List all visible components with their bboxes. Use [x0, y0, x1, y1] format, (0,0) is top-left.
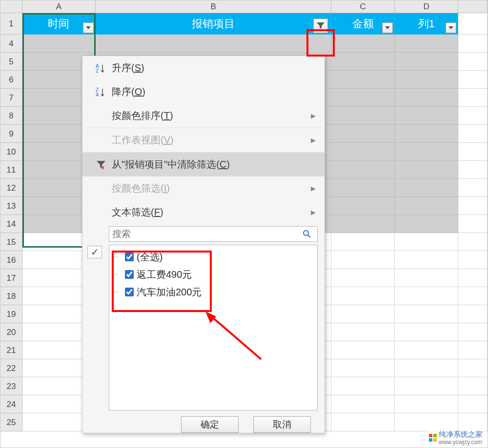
cell[interactable] — [395, 323, 458, 341]
cell[interactable] — [458, 323, 488, 341]
cell[interactable] — [395, 179, 458, 197]
cell[interactable] — [395, 35, 458, 53]
cell[interactable] — [395, 359, 458, 377]
col-header-A[interactable]: A — [22, 0, 96, 13]
row-header[interactable]: 9 — [0, 125, 22, 143]
cell[interactable] — [395, 341, 458, 359]
sort-descending[interactable]: ZA 降序(O) — [82, 80, 325, 104]
select-all-corner[interactable] — [0, 0, 22, 13]
checkbox[interactable] — [125, 253, 134, 261]
row-header[interactable]: 15 — [0, 233, 22, 251]
cell[interactable] — [331, 395, 395, 413]
filter-option-item[interactable]: ┈返工费490元 — [113, 266, 313, 283]
col-header-E[interactable] — [458, 0, 488, 13]
cell[interactable] — [331, 287, 395, 305]
cell[interactable] — [331, 179, 395, 197]
row-header[interactable]: 8 — [0, 107, 22, 125]
cell[interactable] — [395, 53, 458, 71]
cell[interactable] — [395, 413, 458, 431]
cell[interactable] — [458, 197, 488, 215]
row-header[interactable]: 21 — [0, 341, 22, 359]
row-header[interactable]: 23 — [0, 377, 22, 395]
cell[interactable] — [458, 269, 488, 287]
cell[interactable] — [331, 35, 395, 53]
cell[interactable] — [331, 359, 395, 377]
row-header[interactable]: 11 — [0, 161, 22, 179]
row-header[interactable]: 13 — [0, 197, 22, 215]
cell[interactable] — [458, 413, 488, 431]
row-header[interactable]: 7 — [0, 89, 22, 107]
filter-search-box[interactable] — [109, 226, 318, 242]
text-filter[interactable]: 文本筛选(F) ▶ — [82, 200, 325, 224]
cell[interactable] — [395, 161, 458, 179]
cell[interactable] — [458, 359, 488, 377]
cell[interactable] — [395, 287, 458, 305]
sort-ascending[interactable]: AZ 升序(S) — [82, 56, 325, 80]
cell[interactable] — [458, 143, 488, 161]
cell[interactable] — [458, 89, 488, 107]
cell[interactable] — [395, 251, 458, 269]
row-header[interactable]: 20 — [0, 323, 22, 341]
cell[interactable] — [458, 341, 488, 359]
clear-filter[interactable]: x 从"报销项目"中清除筛选(C) — [82, 153, 325, 176]
cell[interactable] — [458, 287, 488, 305]
cell[interactable] — [331, 53, 395, 71]
cell[interactable] — [331, 305, 395, 323]
cell[interactable] — [331, 125, 395, 143]
th-col1[interactable]: 列1 — [395, 13, 458, 35]
cell[interactable] — [395, 215, 458, 233]
checkbox[interactable] — [125, 270, 134, 279]
row-header[interactable]: 18 — [0, 287, 22, 305]
row-header[interactable]: 22 — [0, 359, 22, 377]
filter-option-item[interactable]: ┈汽车加油200元 — [113, 283, 313, 301]
filter-button-item[interactable] — [313, 19, 328, 33]
cell[interactable] — [458, 215, 488, 233]
search-icon[interactable] — [303, 230, 317, 238]
row-header[interactable]: 25 — [0, 413, 22, 431]
th-item[interactable]: 报销项目 — [96, 13, 332, 35]
cell[interactable] — [458, 179, 488, 197]
cell[interactable] — [22, 35, 96, 53]
row-header[interactable]: 5 — [0, 53, 22, 71]
cell[interactable] — [331, 71, 395, 89]
cell[interactable] — [458, 377, 488, 395]
cell[interactable] — [96, 35, 332, 53]
ok-button[interactable]: 确定 — [181, 416, 239, 433]
cell[interactable] — [458, 107, 488, 125]
cell[interactable] — [395, 197, 458, 215]
cell[interactable] — [458, 251, 488, 269]
cell[interactable] — [331, 341, 395, 359]
cell[interactable] — [331, 143, 395, 161]
cell[interactable] — [331, 215, 395, 233]
cell[interactable] — [395, 269, 458, 287]
filter-search-input[interactable] — [109, 228, 303, 240]
sort-by-color[interactable]: 按颜色排序(T) ▶ — [82, 104, 325, 128]
cell[interactable] — [395, 89, 458, 107]
cell[interactable] — [331, 413, 395, 431]
cell[interactable] — [395, 107, 458, 125]
th-amount[interactable]: 金额 — [331, 13, 395, 35]
cell[interactable] — [331, 251, 395, 269]
cell[interactable] — [395, 305, 458, 323]
cell[interactable] — [395, 395, 458, 413]
row-header[interactable]: 14 — [0, 215, 22, 233]
row-header[interactable]: 16 — [0, 251, 22, 269]
row-header[interactable]: 10 — [0, 143, 22, 161]
filter-option-select-all[interactable]: ┈(全选) — [113, 248, 313, 266]
cell[interactable] — [331, 89, 395, 107]
row-header[interactable]: 17 — [0, 269, 22, 287]
cell[interactable] — [458, 53, 488, 71]
cell[interactable] — [458, 71, 488, 89]
cell[interactable] — [331, 107, 395, 125]
col-header-B[interactable]: B — [96, 0, 332, 13]
cell[interactable] — [331, 269, 395, 287]
cell[interactable] — [458, 125, 488, 143]
row-header[interactable]: 6 — [0, 71, 22, 89]
filter-options-list[interactable]: ┈(全选) ┈返工费490元 ┈汽车加油200元 — [109, 245, 318, 410]
cell[interactable] — [331, 233, 395, 251]
col-header-C[interactable]: C — [331, 0, 395, 13]
cell[interactable] — [458, 13, 488, 35]
row-header[interactable]: 24 — [0, 395, 22, 413]
row-header[interactable]: 1 — [0, 13, 22, 35]
th-time[interactable]: 时间 — [22, 13, 96, 35]
